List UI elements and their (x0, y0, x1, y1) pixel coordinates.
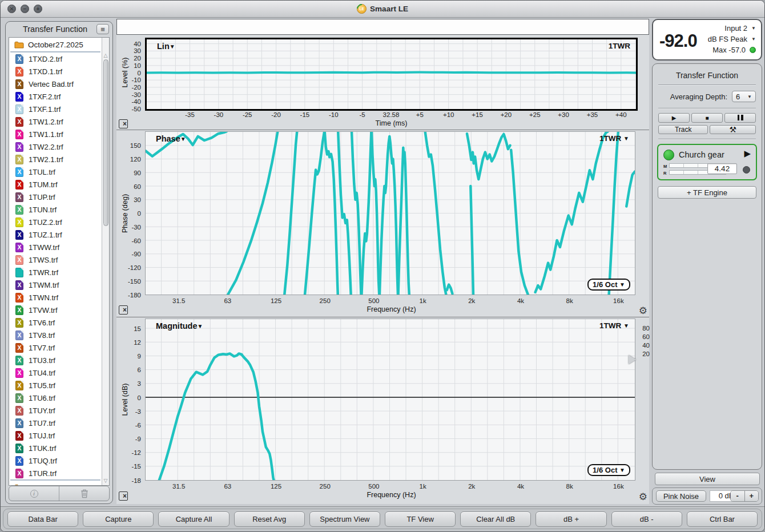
file-row[interactable]: X1TUN.trf (9, 203, 102, 216)
delete-file-button[interactable] (59, 486, 109, 501)
level-increase-button[interactable]: + (745, 491, 759, 501)
level-decrease-button[interactable]: - (731, 491, 745, 501)
magnitude-trace-menu[interactable]: 1TWR ▼ (599, 321, 629, 330)
scroll-down-icon[interactable]: ▽ (102, 478, 109, 483)
file-row[interactable]: X1TW2.2.trf (9, 140, 102, 153)
lin-type-menu[interactable]: Lin▼ (157, 42, 175, 51)
phase-type-menu[interactable]: Phase▼ (156, 134, 186, 143)
file-row[interactable]: X1TUL.trf (9, 166, 102, 178)
file-row[interactable]: X1TU6.trf (9, 392, 102, 404)
tf-engine-strip[interactable]: Church gear ▶ M R 4.42 (657, 144, 757, 180)
file-row[interactable]: X1TUY.trf (9, 404, 102, 417)
phase-trace-menu[interactable]: 1TWR ▼ (599, 134, 629, 143)
phase-plot[interactable]: Phase▼ 1TWR ▼ 1/6 Oct ▼ (145, 131, 635, 295)
file-row[interactable]: X1TV8.trf (9, 329, 102, 341)
file-row[interactable]: X1TUQ.trf (9, 454, 102, 467)
magnitude-close-button[interactable]: × (119, 491, 128, 501)
trf-file-icon: X (15, 469, 23, 478)
file-row[interactable]: X1TXF.1.trf (9, 103, 102, 115)
file-list-scrollbar[interactable]: △ ▽ (102, 38, 109, 485)
folder-row[interactable]: October27.2025 (9, 38, 102, 51)
dropdown-icon: ▼ (623, 135, 629, 142)
file-row[interactable]: X1TUK.trf (9, 442, 102, 454)
magnitude-smoothing-menu[interactable]: 1/6 Oct ▼ (587, 464, 630, 476)
file-row[interactable]: X1TVW.trf (9, 304, 102, 316)
bottom-bar-tf-view[interactable]: TF View (385, 511, 456, 527)
close-window-button[interactable]: ✕ (7, 5, 16, 13)
stop-button[interactable]: ■ (691, 113, 723, 123)
bottom-toolbar: Data BarCaptureCapture AllReset AvgSpect… (1, 506, 764, 532)
file-row[interactable]: X1TWN.trf (9, 291, 102, 304)
file-row[interactable]: X1TWS.trf (9, 253, 102, 266)
file-row[interactable]: X1TWM.trf (9, 279, 102, 291)
file-row[interactable]: X1TU7.trf (9, 417, 102, 429)
y-tick-label: -9 (135, 435, 141, 443)
bottom-bar-spectrum-view[interactable]: Spectrum View (309, 511, 380, 527)
file-row[interactable]: X1TV7.trf (9, 341, 102, 354)
coherence-pointer-icon[interactable] (629, 355, 636, 364)
file-row[interactable]: X1TU3.trf (9, 354, 102, 366)
file-row[interactable]: X1TUP.trf (9, 191, 102, 203)
file-row[interactable]: X1TUR.trf (9, 467, 102, 479)
magnitude-plot[interactable]: Magnitude▼ 1TWR ▼ 1/6 Oct ▼ (145, 319, 635, 481)
bottom-bar-data-bar[interactable]: Data Bar (7, 511, 78, 527)
scroll-up-icon[interactable]: △ (102, 53, 109, 58)
pause-button[interactable] (724, 113, 756, 123)
file-row[interactable]: X1TXF.2.trf (9, 90, 102, 103)
delay-value-field[interactable]: 4.42 (707, 163, 737, 174)
bottom-bar-db-[interactable]: dB - (611, 511, 682, 527)
play-button[interactable]: ▶ (658, 113, 690, 123)
averaging-depth-select[interactable]: 6 ▼ (732, 91, 756, 102)
bottom-bar-reset-avg[interactable]: Reset Avg (234, 511, 305, 527)
input-selector[interactable]: Input 2 ▼ (724, 23, 756, 33)
track-button[interactable]: Track (658, 125, 708, 134)
coherence-scale: 80604020 (636, 320, 651, 371)
data-bar-strip (116, 19, 649, 35)
coherence-tick-label: 40 (642, 342, 650, 349)
record-button[interactable] (743, 166, 750, 174)
lin-y-ticks: 403020100-10-20-30-40-50 (118, 39, 143, 109)
file-row[interactable]: X1TXD.2.trf (9, 53, 102, 65)
phase-close-button[interactable]: × (119, 305, 128, 315)
file-row[interactable]: X1TUJ.trf (9, 429, 102, 442)
bottom-bar-capture-all[interactable]: Capture All (158, 511, 229, 527)
bottom-bar-ctrl-bar[interactable]: Ctrl Bar (687, 511, 758, 527)
minimize-window-button[interactable]: − (21, 5, 29, 13)
bottom-bar-clear-all-db[interactable]: Clear All dB (460, 511, 531, 527)
file-row[interactable]: X1TW1.2.trf (9, 115, 102, 128)
file-row[interactable]: X1TU4.trf (9, 366, 102, 379)
file-row[interactable]: X1TWW.trf (9, 241, 102, 253)
phase-smoothing-menu[interactable]: 1/6 Oct ▼ (587, 279, 630, 291)
lin-close-button[interactable]: × (119, 119, 128, 128)
magnitude-settings-gear-icon[interactable]: ⚙ (639, 492, 647, 502)
trf-file-icon: X (15, 406, 23, 416)
bottom-bar-capture[interactable]: Capture (83, 511, 154, 527)
pink-noise-button[interactable]: Pink Noise (656, 490, 706, 502)
x-tick-label: 31.5 (172, 297, 185, 305)
add-tf-engine-button[interactable]: + TF Engine (658, 186, 756, 199)
phase-settings-gear-icon[interactable]: ⚙ (639, 306, 647, 316)
bottom-bar-db-[interactable]: dB + (536, 511, 606, 527)
zoom-window-button[interactable]: + (34, 5, 42, 13)
file-row[interactable]: X1TUZ.1.trf (9, 228, 102, 241)
scrollbar-thumb[interactable] (103, 59, 108, 226)
file-row[interactable]: X1TUM.trf (9, 178, 102, 191)
x-tick-label: 4k (517, 297, 524, 305)
tools-button[interactable]: ⚒ (710, 125, 756, 134)
file-row[interactable]: X1TW2.1.trf (9, 153, 102, 166)
file-row[interactable]: XVertec Bad.trf (9, 78, 102, 90)
meter-unit-selector[interactable]: dB FS Peak ▼ (708, 34, 756, 43)
view-button[interactable]: View (655, 473, 760, 485)
engine-play-icon[interactable]: ▶ (744, 149, 751, 158)
folder-row-clipped[interactable]: October27.2025 (9, 481, 102, 486)
file-row[interactable]: X1TW1.1.trf (9, 128, 102, 140)
file-row[interactable]: X1TUZ.2.trf (9, 216, 102, 228)
magnitude-type-menu[interactable]: Magnitude▼ (156, 321, 203, 331)
file-row[interactable]: 1TWR.trf (9, 266, 102, 279)
sidebar-menu-button[interactable]: ≡ (96, 24, 109, 34)
file-info-button[interactable]: i (9, 486, 59, 501)
file-row[interactable]: X1TV6.trf (9, 316, 102, 329)
file-row[interactable]: X1TU5.trf (9, 379, 102, 392)
lin-plot[interactable]: Lin▼ 1TWR (145, 38, 638, 111)
file-row[interactable]: X1TXD.1.trf (9, 65, 102, 78)
